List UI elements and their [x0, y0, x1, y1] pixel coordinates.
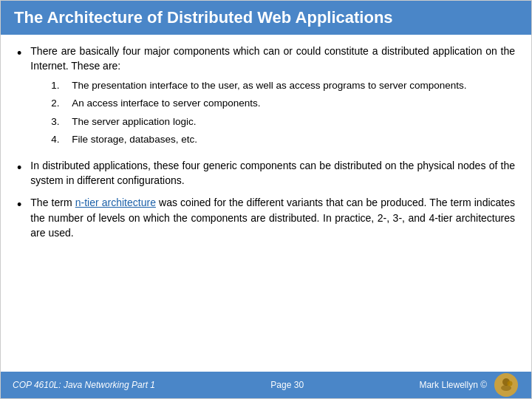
- bullet-text-2: In distributed applications, these four …: [30, 158, 515, 188]
- bullet-content-1: There are basically four major component…: [30, 44, 515, 151]
- content-area: • There are basically four major compone…: [1, 35, 531, 372]
- slide-title: The Architecture of Distributed Web Appl…: [1, 1, 531, 35]
- footer-right: Mark Llewellyn ©: [419, 380, 487, 390]
- num-label-3: 3.: [51, 115, 64, 129]
- numbered-item-2: 2. An access interface to server compone…: [51, 96, 515, 111]
- bullet-dot-2: •: [17, 159, 21, 177]
- num-text-2: An access interface to server components…: [72, 96, 260, 111]
- numbered-item-3: 3. The server application logic.: [51, 115, 515, 129]
- num-text-4: File storage, databases, etc.: [72, 132, 197, 147]
- numbered-item-1: 1. The presentation interface to the use…: [51, 78, 515, 93]
- numbered-item-4: 4. File storage, databases, etc.: [51, 132, 515, 147]
- logo-icon: [497, 376, 515, 394]
- bullet-text-1: There are basically four major component…: [30, 44, 515, 74]
- bullet-3-text-before: The term: [30, 197, 75, 208]
- title-text: The Architecture of Distributed Web Appl…: [14, 8, 393, 27]
- slide-container: The Architecture of Distributed Web Appl…: [0, 0, 532, 399]
- bullet-item-2: • In distributed applications, these fou…: [17, 158, 515, 188]
- bullet-1-text: There are basically four major component…: [30, 45, 515, 72]
- svg-point-2: [508, 381, 513, 386]
- bullet-dot-3: •: [17, 196, 21, 214]
- bullet-2-text: In distributed applications, these four …: [30, 160, 515, 186]
- num-text-1: The presentation interface to the user, …: [72, 78, 466, 93]
- footer-bar: COP 4610L: Java Networking Part 1 Page 3…: [1, 372, 531, 398]
- num-text-3: The server application logic.: [72, 115, 196, 129]
- num-label-1: 1.: [51, 78, 64, 93]
- footer-center: Page 30: [270, 380, 304, 390]
- logo-circle: [494, 373, 518, 397]
- bullet-item-3: • The term n-tier architecture was coine…: [17, 195, 515, 240]
- bullet-dot-1: •: [17, 44, 21, 63]
- bullet-item-1: • There are basically four major compone…: [17, 44, 515, 151]
- nter-link[interactable]: n-tier architecture: [75, 197, 156, 208]
- num-label-4: 4.: [51, 132, 64, 147]
- footer-left: COP 4610L: Java Networking Part 1: [13, 380, 155, 390]
- bullet-text-3: The term n-tier architecture was coined …: [30, 195, 515, 240]
- numbered-list-1: 1. The presentation interface to the use…: [51, 78, 515, 147]
- footer-right-area: Mark Llewellyn ©: [419, 372, 519, 398]
- footer-logo: [493, 372, 519, 398]
- num-label-2: 2.: [51, 96, 64, 111]
